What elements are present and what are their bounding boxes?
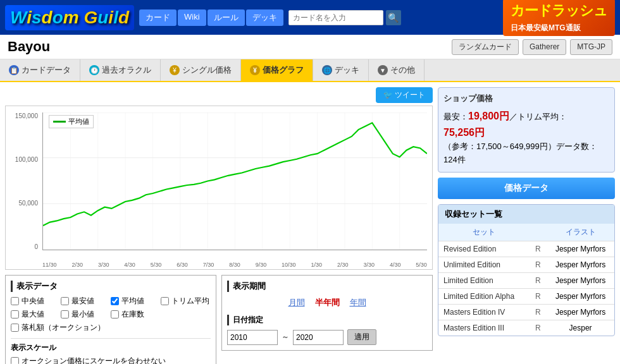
site-logo[interactable]: Wisdom Guild [5, 5, 134, 30]
mtgjp-button[interactable]: MTG-JP [570, 39, 612, 55]
checkbox-auction: 落札額（オークション） [11, 322, 211, 333]
rarity: R [530, 304, 547, 320]
checkbox-trim: トリム平均 [161, 296, 211, 306]
search-button[interactable]: 🔍 [386, 10, 401, 25]
set-list: 収録セット一覧 セット イラスト Revised Edition R Jespe… [438, 204, 615, 336]
trim-label: ／トリム平均： [509, 112, 567, 121]
checkbox-scale: オークション価格にスケールを合わせない [11, 356, 211, 364]
set-name: Revised Edition [438, 241, 530, 257]
tab-card-data[interactable]: 📋 カードデータ [0, 59, 80, 81]
table-row[interactable]: Unlimited Edition R Jesper Myrfors [438, 257, 614, 272]
checkbox-grid: 中央値 最安値 平均値 トリム平均 [11, 296, 211, 320]
set-name: Masters Edition III [438, 320, 530, 336]
checkbox-min: 最小値 [61, 309, 111, 320]
globe-icon: 🌐 [322, 65, 332, 75]
artist-col-header: イラスト [547, 224, 614, 241]
tweet-bar: 🐦 ツイート [5, 87, 433, 103]
legend-color [53, 121, 66, 123]
table-row[interactable]: Limited Edition Alpha R Jesper Myrfors [438, 288, 614, 304]
checkbox-minprice-input[interactable] [61, 297, 69, 305]
period-section-wrapper: 表示期間 月間 半年間 年間 日付指定 ～ 適用 [221, 275, 433, 364]
tab-other[interactable]: ▼ その他 [369, 59, 425, 81]
artist: Jesper Myrfors [547, 288, 614, 304]
checkbox-max: 最大値 [11, 309, 61, 320]
period-year-button[interactable]: 年間 [347, 296, 369, 310]
search-input[interactable] [288, 10, 383, 25]
checkbox-median-input[interactable] [11, 297, 19, 305]
banner[interactable]: カードラッシュ 日本最安級MTG通販 [503, 0, 615, 36]
checkbox-auction-input[interactable] [11, 324, 19, 332]
checkbox-trim-input[interactable] [161, 297, 169, 305]
apply-button[interactable]: 適用 [347, 329, 376, 345]
nav-wiki[interactable]: Wiki [178, 9, 206, 26]
rarity-col-header [530, 224, 547, 241]
checkbox-min-input[interactable] [61, 310, 69, 318]
table-row[interactable]: Revised Edition R Jesper Myrfors [438, 241, 614, 257]
random-card-button[interactable]: ランダムカード [452, 39, 519, 55]
table-row[interactable]: Masters Edition IV R Jesper Myrfors [438, 304, 614, 320]
min-label: 最安： [443, 112, 468, 121]
date-section: 日付指定 ～ 適用 [227, 315, 427, 345]
ref-label: （参考： [443, 142, 476, 151]
rarity: R [530, 257, 547, 272]
chart-area [42, 112, 427, 250]
checkbox-max-input[interactable] [11, 310, 19, 318]
period-halfyear-button[interactable]: 半年間 [313, 296, 342, 310]
artist: Jesper [547, 320, 614, 336]
header: Wisdom Guild カード Wiki ルール デッキ 🔍 カードラッシュ … [0, 0, 620, 35]
main-content: 🐦 ツイート 150,000 100,000 50,000 0 [0, 82, 620, 364]
nav-deck[interactable]: デッキ [246, 9, 283, 26]
display-data-section: 表示データ 中央値 最安値 平均値 [5, 275, 216, 364]
checkbox-scale-input[interactable] [11, 357, 19, 364]
display-data-title: 表示データ [11, 281, 211, 292]
left-panel: 🐦 ツイート 150,000 100,000 50,000 0 [5, 87, 433, 364]
scale-section: 表示スケール オークション価格にスケールを合わせない [11, 338, 211, 364]
scale-title: 表示スケール [11, 343, 211, 353]
checkbox-avg-input[interactable] [111, 297, 119, 305]
nav-tabs: カード Wiki ルール デッキ [139, 9, 283, 26]
tab-price-graph[interactable]: ¥ 価格グラフ [241, 59, 313, 81]
tweet-button[interactable]: 🐦 ツイート [376, 87, 433, 103]
artist: Jesper Myrfors [547, 257, 614, 272]
chart-legend: 平均値 [49, 115, 94, 128]
nav-rules[interactable]: ルール [208, 9, 245, 26]
period-buttons: 月間 半年間 年間 [227, 296, 427, 310]
card-data-icon: 📋 [9, 65, 19, 75]
oracle-icon: 🕐 [89, 65, 99, 75]
bottom-sections: 表示データ 中央値 最安値 平均値 [5, 275, 433, 364]
set-table-body: Revised Edition R Jesper Myrfors Unlimit… [438, 241, 614, 336]
date-to-input[interactable] [293, 330, 344, 345]
period-month-button[interactable]: 月間 [286, 296, 307, 310]
display-data: 表示データ 中央値 最安値 平均値 [5, 275, 216, 364]
yen-icon: ¥ [170, 65, 180, 75]
price-data-button[interactable]: 価格データ [438, 178, 615, 199]
table-row[interactable]: Masters Edition III R Jesper [438, 320, 614, 336]
set-list-title: 収録セット一覧 [438, 205, 614, 224]
search-area: 🔍 [288, 10, 415, 25]
date-from-input[interactable] [227, 330, 278, 345]
right-panel: ショップ価格 最安：19,800円／トリム平均： 75,256円 （参考：17,… [438, 87, 615, 364]
gatherer-button[interactable]: Gatherer [523, 39, 566, 55]
artist: Jesper Myrfors [547, 241, 614, 257]
chart-container: 150,000 100,000 50,000 0 [5, 106, 433, 270]
date-range: ～ 適用 [227, 329, 427, 345]
tab-single-price[interactable]: ¥ シングル価格 [161, 59, 241, 81]
title-actions: ランダムカード Gatherer MTG-JP [452, 39, 612, 55]
set-name: Unlimited Edition [438, 257, 530, 272]
period-section: 表示期間 月間 半年間 年間 日付指定 ～ 適用 [221, 275, 433, 351]
chart-x-labels: 11/30 2/30 3/30 4/30 5/30 6/30 7/30 8/30… [42, 262, 427, 268]
trim-price: 75,256円 [443, 127, 485, 138]
tab-deck[interactable]: 🌐 デッキ [313, 59, 369, 81]
checkbox-minprice: 最安値 [61, 296, 111, 306]
price-info: 最安：19,800円／トリム平均： 75,256円 （参考：17,500～649… [443, 108, 609, 167]
tab-oracle[interactable]: 🕐 過去オラクル [80, 59, 161, 81]
title-bar: Bayou ランダムカード Gatherer MTG-JP [0, 35, 620, 59]
checkbox-stock: 在庫数 [111, 309, 161, 320]
rarity: R [530, 272, 547, 288]
checkbox-stock-input[interactable] [111, 310, 119, 318]
artist: Jesper Myrfors [547, 304, 614, 320]
table-row[interactable]: Limited Edition R Jesper Myrfors [438, 272, 614, 288]
period-title: 表示期間 [227, 281, 427, 292]
shop-price: ショップ価格 最安：19,800円／トリム平均： 75,256円 （参考：17,… [438, 87, 615, 173]
nav-card[interactable]: カード [139, 9, 177, 26]
